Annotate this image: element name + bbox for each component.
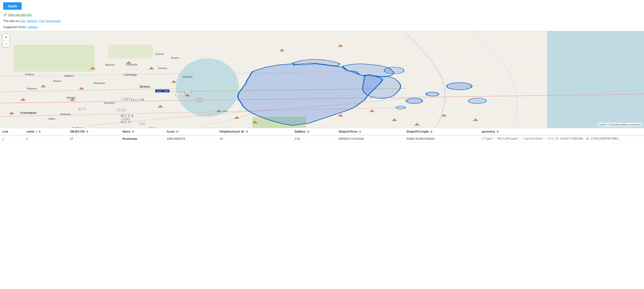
- row-link[interactable]: 1: [2, 137, 4, 140]
- col-header-neighborhood-id: Neighborhood_ID ⚙: [217, 128, 292, 135]
- geojson-link[interactable]: geojson: [27, 19, 38, 23]
- data-as-label: This data as: [3, 19, 19, 23]
- svg-marker-38: [338, 44, 343, 47]
- svg-marker-18: [20, 98, 26, 101]
- svg-text:125: 125: [177, 94, 183, 96]
- osm-attribution: © OpenStreetMap contributors: [608, 123, 641, 126]
- svg-marker-27: [185, 94, 190, 96]
- suggested-facets-label: Suggested facets:: [3, 25, 26, 29]
- svg-text:39B: 39B: [122, 98, 129, 100]
- svg-marker-39: [279, 49, 284, 52]
- svg-point-13: [426, 92, 438, 96]
- svg-text:1B: 1B: [164, 90, 168, 92]
- settings-icon-sqmiles[interactable]: ⚙: [307, 130, 309, 133]
- col-header-link: Link: [0, 128, 24, 135]
- svg-text:123·23B: 123·23B: [130, 99, 144, 101]
- leaflet-link[interactable]: Leaflet: [598, 123, 606, 126]
- svg-marker-24: [126, 61, 132, 64]
- table-section: Link rowid ▼ ⚙ OBJECTID ⚙ Name ⚙ Acres: [0, 128, 644, 142]
- map-svg: 39B 123·23B 37A 36A·B.A 35B 35B·C 33 125…: [0, 31, 644, 128]
- svg-point-15: [384, 67, 404, 74]
- cell-geometry: {"type": "MultiPolygon", "coordinates": …: [480, 135, 644, 142]
- cell-acres: 1605.5682375: [164, 135, 217, 142]
- cell-shapestlength: 53563.912597056624: [404, 135, 480, 142]
- svg-text:117: 117: [79, 108, 85, 110]
- svg-marker-35: [414, 123, 420, 126]
- svg-marker-20: [9, 112, 14, 114]
- svg-point-12: [406, 98, 422, 104]
- cell-name: Roslindale: [120, 135, 164, 142]
- sort-arrow-rowid[interactable]: ▼: [35, 131, 37, 133]
- col-header-sqmiles: SqMiles ⚙: [292, 128, 336, 135]
- data-table: Link rowid ▼ ⚙ OBJECTID ⚙ Name ⚙ Acres: [0, 128, 644, 142]
- svg-marker-37: [473, 118, 478, 121]
- settings-icon-rowid[interactable]: ⚙: [38, 130, 41, 133]
- map-attribution: Leaflet | © OpenStreetMap contributors: [597, 123, 642, 126]
- settings-icon-shapestarea[interactable]: ⚙: [359, 130, 361, 133]
- svg-marker-33: [369, 109, 375, 112]
- cell-shapestarea: 69938272.6743164: [336, 135, 404, 142]
- sqmiles-facet-link[interactable]: SqMiles: [28, 25, 38, 29]
- settings-icon-geometry[interactable]: ⚙: [496, 130, 499, 133]
- cell-rowid: 1: [24, 135, 68, 142]
- col-header-geometry: geometry ⚙: [480, 128, 644, 135]
- svg-marker-26: [171, 80, 176, 83]
- svg-marker-21: [70, 98, 75, 101]
- svg-point-14: [396, 106, 406, 109]
- table-header-row: Link rowid ▼ ⚙ OBJECTID ⚙ Name ⚙ Acres: [0, 128, 644, 135]
- svg-text:18: 18: [157, 90, 161, 92]
- svg-text:33: 33: [140, 123, 144, 125]
- cell-link: 1: [0, 135, 24, 142]
- svg-marker-32: [338, 114, 343, 117]
- svg-point-16: [447, 83, 472, 90]
- advanced-link[interactable]: advanced: [47, 19, 59, 23]
- zoom-in-button[interactable]: +: [3, 34, 9, 41]
- top-bar: Apply: [0, 0, 644, 12]
- svg-rect-7: [108, 45, 153, 58]
- svg-rect-5: [14, 45, 94, 72]
- data-as-row: This data as json, geojson, CSV (advance…: [0, 18, 644, 24]
- settings-icon-acres[interactable]: ⚙: [176, 130, 178, 133]
- col-header-name: Name ⚙: [120, 128, 164, 135]
- svg-point-17: [468, 98, 486, 104]
- svg-text:37A: 37A: [118, 109, 124, 111]
- col-header-acres: Acres ⚙: [164, 128, 217, 135]
- svg-text:127: 127: [185, 91, 191, 93]
- cell-sqmiles: 2.51: [292, 135, 336, 142]
- svg-marker-22: [79, 87, 84, 90]
- links-row: 🔗 View and edit SQL: [0, 12, 644, 18]
- svg-text:35B·C: 35B·C: [121, 121, 130, 123]
- svg-marker-11: [362, 75, 401, 99]
- svg-marker-28: [158, 105, 163, 108]
- apply-button[interactable]: Apply: [3, 2, 22, 10]
- settings-icon-shapestlength[interactable]: ⚙: [430, 130, 432, 133]
- csv-link[interactable]: CSV: [39, 19, 45, 23]
- svg-marker-29: [216, 109, 222, 112]
- svg-marker-34: [392, 118, 397, 121]
- svg-marker-19: [40, 85, 46, 87]
- zoom-out-button[interactable]: −: [3, 41, 9, 47]
- cell-objectid: 27: [68, 135, 120, 142]
- json-link[interactable]: json: [20, 19, 25, 23]
- svg-text:35B: 35B: [122, 118, 129, 120]
- col-header-objectid: OBJECTID ⚙: [68, 128, 120, 135]
- cell-neighborhood-id: 15: [217, 135, 292, 142]
- svg-marker-36: [441, 114, 447, 117]
- table-row: 1 1 27 Roslindale 1605.5682375 15 2.51 6…: [0, 135, 644, 142]
- view-edit-sql-link[interactable]: View and edit SQL: [8, 13, 32, 17]
- facets-row: Suggested facets: SqMiles: [0, 24, 644, 31]
- svg-text:36A·B.A: 36A·B.A: [120, 115, 134, 117]
- col-header-shapestarea: ShapeSTArea ⚙: [336, 128, 404, 135]
- map-container[interactable]: 39B 123·23B 37A 36A·B.A 35B 35B·C 33 125…: [0, 31, 644, 128]
- settings-icon-objectid[interactable]: ⚙: [86, 130, 88, 133]
- settings-icon-neighborhood-id[interactable]: ⚙: [246, 130, 248, 133]
- col-header-rowid: rowid ▼ ⚙: [24, 128, 68, 135]
- svg-marker-25: [148, 67, 154, 69]
- settings-icon-name[interactable]: ⚙: [132, 130, 134, 133]
- link-icon: 🔗: [3, 13, 7, 17]
- map-zoom-controls: + −: [3, 34, 10, 47]
- col-header-shapestlength: ShapeSTLength ⚙: [404, 128, 480, 135]
- svg-line-4: [0, 89, 180, 92]
